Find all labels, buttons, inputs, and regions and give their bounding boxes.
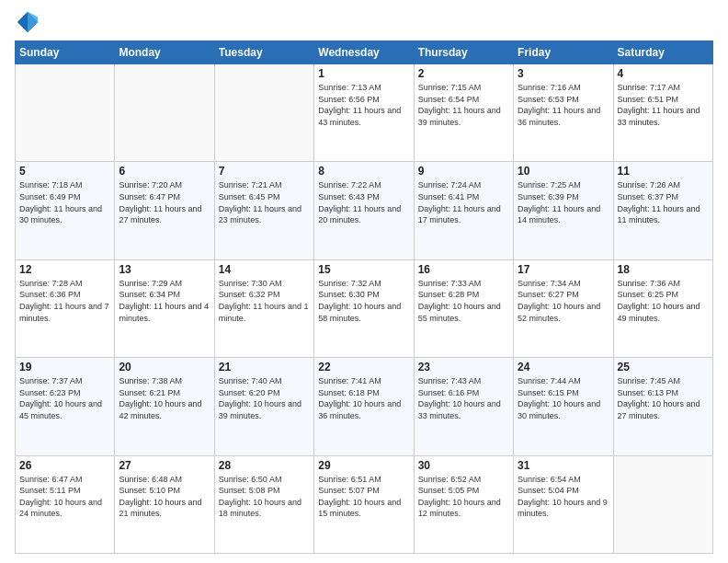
day-number: 9: [418, 165, 509, 178]
day-cell: 19Sunrise: 7:37 AM Sunset: 6:23 PM Dayli…: [16, 358, 115, 455]
day-cell: 18Sunrise: 7:36 AM Sunset: 6:25 PM Dayli…: [613, 259, 712, 357]
day-number: 11: [618, 165, 709, 178]
day-info: Sunrise: 7:44 AM Sunset: 6:15 PM Dayligh…: [518, 375, 609, 421]
logo-icon: [15, 9, 40, 35]
day-number: 10: [518, 165, 609, 178]
day-cell: 23Sunrise: 7:43 AM Sunset: 6:16 PM Dayli…: [414, 358, 513, 455]
day-cell: 31Sunrise: 6:54 AM Sunset: 5:04 PM Dayli…: [514, 455, 613, 553]
day-cell: 11Sunrise: 7:26 AM Sunset: 6:37 PM Dayli…: [613, 162, 712, 259]
day-info: Sunrise: 7:37 AM Sunset: 6:23 PM Dayligh…: [19, 375, 110, 421]
day-info: Sunrise: 7:32 AM Sunset: 6:30 PM Dayligh…: [318, 278, 409, 324]
day-cell: 22Sunrise: 7:41 AM Sunset: 6:18 PM Dayli…: [314, 358, 414, 455]
day-cell: 26Sunrise: 6:47 AM Sunset: 5:11 PM Dayli…: [16, 455, 115, 553]
header-cell-monday: Monday: [115, 41, 214, 64]
day-info: Sunrise: 7:22 AM Sunset: 6:43 PM Dayligh…: [318, 179, 409, 225]
day-number: 5: [19, 165, 110, 178]
day-cell: [613, 455, 712, 553]
day-info: Sunrise: 6:47 AM Sunset: 5:11 PM Dayligh…: [19, 474, 110, 520]
day-cell: [115, 64, 214, 162]
day-info: Sunrise: 7:36 AM Sunset: 6:25 PM Dayligh…: [618, 278, 709, 324]
day-cell: 15Sunrise: 7:32 AM Sunset: 6:30 PM Dayli…: [314, 259, 414, 357]
header-cell-wednesday: Wednesday: [314, 41, 414, 64]
day-number: 1: [318, 67, 409, 80]
day-cell: 8Sunrise: 7:22 AM Sunset: 6:43 PM Daylig…: [314, 162, 414, 259]
day-number: 15: [318, 263, 409, 276]
day-info: Sunrise: 7:41 AM Sunset: 6:18 PM Dayligh…: [318, 375, 409, 421]
day-info: Sunrise: 6:51 AM Sunset: 5:07 PM Dayligh…: [318, 474, 409, 520]
day-cell: [16, 64, 115, 162]
day-number: 20: [119, 361, 210, 373]
calendar-table: SundayMondayTuesdayWednesdayThursdayFrid…: [15, 40, 713, 554]
day-number: 22: [318, 361, 409, 373]
day-info: Sunrise: 6:54 AM Sunset: 5:04 PM Dayligh…: [518, 474, 609, 520]
day-number: 31: [518, 459, 609, 472]
day-number: 30: [418, 459, 509, 472]
day-number: 27: [119, 459, 210, 472]
day-cell: 27Sunrise: 6:48 AM Sunset: 5:10 PM Dayli…: [115, 455, 214, 553]
day-info: Sunrise: 7:33 AM Sunset: 6:28 PM Dayligh…: [418, 278, 509, 324]
day-cell: 14Sunrise: 7:30 AM Sunset: 6:32 PM Dayli…: [214, 259, 313, 357]
header-cell-sunday: Sunday: [16, 41, 115, 64]
day-cell: 10Sunrise: 7:25 AM Sunset: 6:39 PM Dayli…: [514, 162, 613, 259]
header: [15, 9, 713, 35]
day-info: Sunrise: 7:38 AM Sunset: 6:21 PM Dayligh…: [119, 375, 210, 421]
header-cell-friday: Friday: [514, 41, 613, 64]
day-number: 8: [318, 165, 409, 178]
logo: [15, 9, 44, 35]
day-cell: 6Sunrise: 7:20 AM Sunset: 6:47 PM Daylig…: [115, 162, 214, 259]
day-info: Sunrise: 7:15 AM Sunset: 6:54 PM Dayligh…: [418, 82, 509, 128]
day-info: Sunrise: 7:45 AM Sunset: 6:13 PM Dayligh…: [618, 375, 709, 421]
day-cell: 1Sunrise: 7:13 AM Sunset: 6:56 PM Daylig…: [314, 64, 414, 162]
day-info: Sunrise: 7:24 AM Sunset: 6:41 PM Dayligh…: [418, 179, 509, 225]
day-cell: 21Sunrise: 7:40 AM Sunset: 6:20 PM Dayli…: [214, 358, 313, 455]
day-number: 7: [219, 165, 310, 178]
day-number: 16: [418, 263, 509, 276]
day-info: Sunrise: 7:18 AM Sunset: 6:49 PM Dayligh…: [19, 179, 110, 225]
day-cell: 16Sunrise: 7:33 AM Sunset: 6:28 PM Dayli…: [414, 259, 513, 357]
day-info: Sunrise: 7:28 AM Sunset: 6:36 PM Dayligh…: [19, 278, 110, 324]
day-info: Sunrise: 7:26 AM Sunset: 6:37 PM Dayligh…: [618, 179, 709, 225]
day-info: Sunrise: 7:43 AM Sunset: 6:16 PM Dayligh…: [418, 375, 509, 421]
day-cell: 12Sunrise: 7:28 AM Sunset: 6:36 PM Dayli…: [16, 259, 115, 357]
day-info: Sunrise: 7:40 AM Sunset: 6:20 PM Dayligh…: [219, 375, 310, 421]
day-number: 13: [119, 263, 210, 276]
day-info: Sunrise: 6:50 AM Sunset: 5:08 PM Dayligh…: [219, 474, 310, 520]
day-number: 12: [19, 263, 110, 276]
day-cell: 7Sunrise: 7:21 AM Sunset: 6:45 PM Daylig…: [214, 162, 313, 259]
page: SundayMondayTuesdayWednesdayThursdayFrid…: [0, 0, 728, 563]
day-cell: 28Sunrise: 6:50 AM Sunset: 5:08 PM Dayli…: [214, 455, 313, 553]
day-cell: 24Sunrise: 7:44 AM Sunset: 6:15 PM Dayli…: [514, 358, 613, 455]
day-number: 23: [418, 361, 509, 373]
day-cell: 17Sunrise: 7:34 AM Sunset: 6:27 PM Dayli…: [514, 259, 613, 357]
day-number: 14: [219, 263, 310, 276]
day-number: 24: [518, 361, 609, 373]
header-cell-saturday: Saturday: [613, 41, 712, 64]
day-info: Sunrise: 7:20 AM Sunset: 6:47 PM Dayligh…: [119, 179, 210, 225]
day-number: 2: [418, 67, 509, 80]
day-cell: 13Sunrise: 7:29 AM Sunset: 6:34 PM Dayli…: [115, 259, 214, 357]
day-number: 29: [318, 459, 409, 472]
day-info: Sunrise: 7:13 AM Sunset: 6:56 PM Dayligh…: [318, 82, 409, 128]
week-row-3: 19Sunrise: 7:37 AM Sunset: 6:23 PM Dayli…: [16, 358, 713, 455]
day-cell: 2Sunrise: 7:15 AM Sunset: 6:54 PM Daylig…: [414, 64, 513, 162]
day-info: Sunrise: 6:48 AM Sunset: 5:10 PM Dayligh…: [119, 474, 210, 520]
header-cell-tuesday: Tuesday: [214, 41, 313, 64]
day-number: 18: [618, 263, 709, 276]
day-info: Sunrise: 7:17 AM Sunset: 6:51 PM Dayligh…: [618, 82, 709, 128]
day-number: 17: [518, 263, 609, 276]
day-number: 4: [618, 67, 709, 80]
day-cell: 25Sunrise: 7:45 AM Sunset: 6:13 PM Dayli…: [613, 358, 712, 455]
day-cell: 3Sunrise: 7:16 AM Sunset: 6:53 PM Daylig…: [514, 64, 613, 162]
day-cell: 30Sunrise: 6:52 AM Sunset: 5:05 PM Dayli…: [414, 455, 513, 553]
day-info: Sunrise: 7:16 AM Sunset: 6:53 PM Dayligh…: [518, 82, 609, 128]
day-number: 26: [19, 459, 110, 472]
day-cell: 9Sunrise: 7:24 AM Sunset: 6:41 PM Daylig…: [414, 162, 513, 259]
day-info: Sunrise: 7:29 AM Sunset: 6:34 PM Dayligh…: [119, 278, 210, 324]
week-row-4: 26Sunrise: 6:47 AM Sunset: 5:11 PM Dayli…: [16, 455, 713, 553]
week-row-2: 12Sunrise: 7:28 AM Sunset: 6:36 PM Dayli…: [16, 259, 713, 357]
day-info: Sunrise: 7:21 AM Sunset: 6:45 PM Dayligh…: [219, 179, 310, 225]
day-number: 6: [119, 165, 210, 178]
day-info: Sunrise: 7:25 AM Sunset: 6:39 PM Dayligh…: [518, 179, 609, 225]
day-cell: 29Sunrise: 6:51 AM Sunset: 5:07 PM Dayli…: [314, 455, 414, 553]
day-info: Sunrise: 7:34 AM Sunset: 6:27 PM Dayligh…: [518, 278, 609, 324]
